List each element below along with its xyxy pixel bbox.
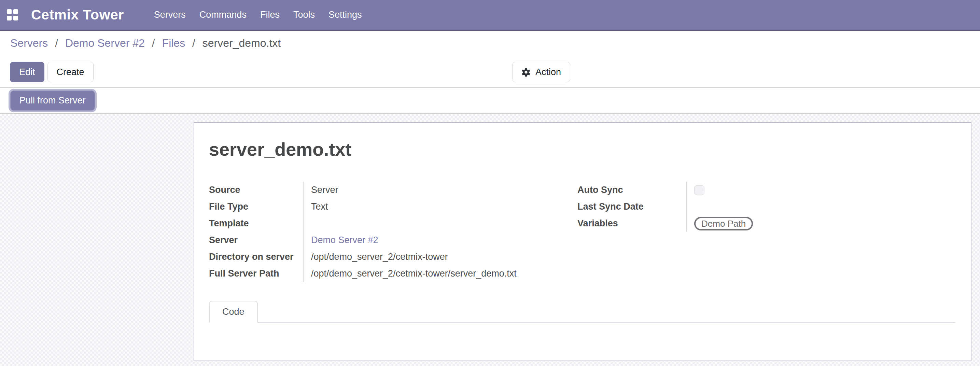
field-row-server: Server Demo Server #2 [209,232,565,248]
field-row-template: Template [209,215,565,232]
field-value-source: Server [303,181,565,198]
main-menu: Servers Commands Files Tools Settings [147,0,369,30]
form-buttons: Edit Create [10,62,94,82]
field-value-variables: Demo Path [686,215,955,232]
field-label-directory: Directory on server [209,251,303,262]
field-label-source: Source [209,185,303,195]
field-label-last-sync-date: Last Sync Date [578,201,686,212]
field-row-variables: Variables Demo Path [578,215,955,232]
field-row-directory: Directory on server /opt/demo_server_2/c… [209,248,565,265]
breadcrumb-files[interactable]: Files [162,37,185,49]
field-label-template: Template [209,218,303,229]
auto-sync-checkbox[interactable] [694,185,705,195]
field-value-server: Demo Server #2 [303,232,565,248]
tab-code[interactable]: Code [209,301,258,323]
field-label-full-path: Full Server Path [209,268,303,279]
page-title: server_demo.txt [209,138,971,160]
variable-tag-demo-path: Demo Path [694,217,753,231]
gear-icon [522,68,531,77]
field-row-auto-sync: Auto Sync [578,181,955,198]
action-button-label: Action [535,67,561,78]
breadcrumb-separator: / [152,37,155,49]
breadcrumb-current: server_demo.txt [202,37,281,49]
top-navbar: Cetmix Tower Servers Commands Files Tool… [0,0,980,31]
breadcrumb: Servers / Demo Server #2 / Files / serve… [10,37,281,49]
field-value-template [303,215,565,232]
app-window: Cetmix Tower Servers Commands Files Tool… [0,0,980,366]
nav-item-servers[interactable]: Servers [147,0,192,30]
nav-item-settings[interactable]: Settings [322,0,369,30]
field-value-file-type: Text [303,198,565,215]
nav-item-commands[interactable]: Commands [192,0,253,30]
field-value-auto-sync [686,181,955,198]
field-row-file-type: File Type Text [209,198,565,215]
pull-from-server-button[interactable]: Pull from Server [10,91,95,111]
field-label-auto-sync: Auto Sync [578,185,686,195]
field-row-full-path: Full Server Path /opt/demo_server_2/cetm… [209,265,565,282]
breadcrumb-demo-server-2[interactable]: Demo Server #2 [65,37,145,49]
apps-grid-icon[interactable] [7,9,18,21]
action-button[interactable]: Action [512,62,570,82]
breadcrumb-separator: / [192,37,195,49]
field-group-left: Source Server File Type Text Template Se… [209,181,565,282]
field-label-file-type: File Type [209,201,303,212]
form-background: server_demo.txt Source Server File Type … [0,114,980,366]
field-row-source: Source Server [209,181,565,198]
field-value-directory: /opt/demo_server_2/cetmix-tower [303,248,565,265]
field-group-right: Auto Sync Last Sync Date Variables Demo … [578,181,955,282]
field-value-full-path: /opt/demo_server_2/cetmix-tower/server_d… [303,265,565,282]
field-value-last-sync-date [686,198,955,215]
breadcrumb-separator: / [55,37,58,49]
nav-item-tools[interactable]: Tools [286,0,322,30]
notebook-tabs: Code [209,301,955,323]
form-statusbar: Pull from Server [0,88,980,114]
create-button[interactable]: Create [48,62,94,82]
nav-item-files[interactable]: Files [253,0,286,30]
breadcrumb-servers[interactable]: Servers [10,37,48,49]
edit-button[interactable]: Edit [10,62,45,82]
form-sheet: server_demo.txt Source Server File Type … [194,122,972,361]
field-groups: Source Server File Type Text Template Se… [209,181,955,282]
field-label-variables: Variables [578,218,686,229]
brand-title[interactable]: Cetmix Tower [31,7,124,23]
field-row-last-sync-date: Last Sync Date [578,198,955,215]
control-panel: Servers / Demo Server #2 / Files / serve… [0,31,980,88]
server-link[interactable]: Demo Server #2 [311,235,378,245]
field-label-server: Server [209,235,303,245]
